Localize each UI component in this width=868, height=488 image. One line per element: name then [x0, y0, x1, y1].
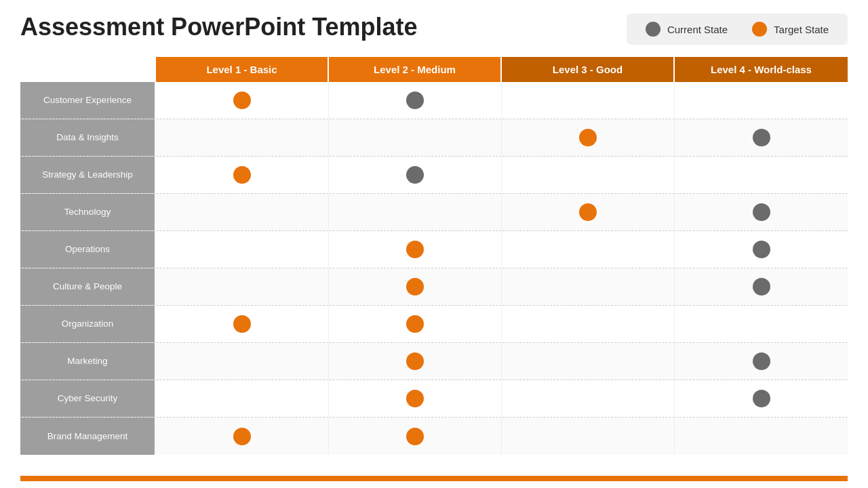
- data-cell: [329, 119, 502, 156]
- current-state-indicator: [753, 278, 770, 296]
- row-label: Technology: [20, 194, 156, 230]
- page-wrapper: Assessment PowerPoint Template Current S…: [0, 0, 868, 488]
- row-label: Operations: [20, 231, 156, 268]
- col-header-level4: Level 4 - World-class: [675, 57, 848, 82]
- current-state-indicator: [753, 352, 770, 370]
- row-label: Brand Management: [20, 418, 156, 455]
- bottom-bar: [20, 476, 848, 481]
- target-state-indicator: [233, 166, 251, 184]
- row-label: Organization: [20, 306, 156, 342]
- row-label: Customer Experience: [20, 82, 156, 119]
- col-header-level1: Level 1 - Basic: [156, 57, 329, 82]
- data-cell: [502, 306, 675, 342]
- col-header-level3: Level 3 - Good: [502, 57, 675, 82]
- data-cell: [329, 268, 502, 305]
- table-row: Technology: [20, 194, 848, 231]
- data-cell: [329, 380, 502, 417]
- data-cell: [502, 343, 675, 380]
- data-cell: [675, 157, 848, 193]
- data-cell: [329, 306, 502, 342]
- data-cell: [675, 306, 848, 342]
- table-row: Cyber Security: [20, 380, 848, 418]
- legend-current-state: Current State: [646, 22, 728, 37]
- data-cell: [502, 194, 675, 230]
- rows-wrapper: Customer ExperienceData & InsightsStrate…: [20, 82, 848, 472]
- data-cell: [156, 231, 329, 268]
- row-label: Culture & People: [20, 268, 156, 305]
- target-state-label: Target State: [774, 24, 829, 35]
- target-state-indicator: [406, 428, 424, 445]
- table-row: Operations: [20, 231, 848, 268]
- data-cell: [329, 231, 502, 268]
- data-cell: [156, 82, 329, 119]
- target-state-indicator: [233, 428, 251, 445]
- data-cell: [675, 418, 848, 455]
- current-state-indicator: [753, 241, 770, 258]
- data-cell: [675, 380, 848, 417]
- current-state-indicator: [753, 390, 770, 407]
- table-row: Organization: [20, 306, 848, 343]
- current-state-label: Current State: [667, 24, 728, 35]
- data-cell: [156, 157, 329, 193]
- target-state-indicator: [406, 278, 424, 296]
- data-cell: [675, 343, 848, 380]
- col-header-level2: Level 2 - Medium: [329, 57, 502, 82]
- target-state-indicator: [406, 390, 424, 407]
- data-cell: [156, 380, 329, 417]
- table-row: Customer Experience: [20, 82, 848, 119]
- target-state-indicator: [406, 352, 424, 370]
- data-cell: [502, 418, 675, 455]
- table-row: Culture & People: [20, 268, 848, 306]
- target-state-indicator: [579, 203, 597, 221]
- table-row: Marketing: [20, 343, 848, 380]
- data-cell: [156, 119, 329, 156]
- target-state-indicator: [406, 315, 424, 333]
- data-cell: [675, 231, 848, 268]
- row-label: Strategy & Leadership: [20, 157, 156, 193]
- data-cell: [502, 268, 675, 305]
- legend-box: Current State Target State: [627, 14, 848, 45]
- row-label: Data & Insights: [20, 119, 156, 156]
- target-state-indicator: [406, 241, 424, 258]
- column-headers: Level 1 - Basic Level 2 - Medium Level 3…: [20, 57, 848, 82]
- data-cell: [329, 194, 502, 230]
- data-cell: [329, 418, 502, 455]
- target-state-indicator: [233, 315, 251, 333]
- target-state-dot: [752, 22, 767, 37]
- data-cell: [675, 194, 848, 230]
- data-cell: [329, 157, 502, 193]
- data-cell: [502, 82, 675, 119]
- data-cell: [156, 418, 329, 455]
- data-cell: [502, 231, 675, 268]
- data-cell: [675, 268, 848, 305]
- table-row: Strategy & Leadership: [20, 157, 848, 194]
- data-cell: [502, 380, 675, 417]
- legend-target-state: Target State: [752, 22, 829, 37]
- target-state-indicator: [579, 129, 597, 146]
- target-state-indicator: [233, 92, 251, 109]
- data-cell: [156, 343, 329, 380]
- header-row: Assessment PowerPoint Template Current S…: [20, 14, 848, 45]
- data-cell: [329, 82, 502, 119]
- current-state-indicator: [753, 203, 770, 221]
- current-state-indicator: [406, 92, 424, 109]
- data-cell: [156, 306, 329, 342]
- data-cell: [502, 157, 675, 193]
- data-cell: [156, 194, 329, 230]
- current-state-dot: [646, 22, 660, 37]
- data-cell: [502, 119, 675, 156]
- data-cell: [675, 82, 848, 119]
- row-label: Marketing: [20, 343, 156, 380]
- table-row: Brand Management: [20, 418, 848, 455]
- empty-header: [20, 57, 156, 82]
- page-title: Assessment PowerPoint Template: [20, 14, 418, 41]
- data-cell: [329, 343, 502, 380]
- data-cell: [156, 268, 329, 305]
- current-state-indicator: [753, 129, 770, 146]
- row-label: Cyber Security: [20, 380, 156, 417]
- assessment-table: Level 1 - Basic Level 2 - Medium Level 3…: [20, 57, 848, 472]
- current-state-indicator: [406, 166, 424, 184]
- table-row: Data & Insights: [20, 119, 848, 157]
- data-cell: [675, 119, 848, 156]
